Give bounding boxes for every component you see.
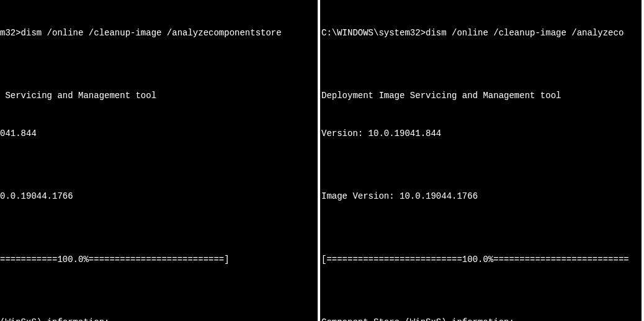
output-line: Servicing and Management tool — [0, 89, 318, 102]
output-line: 0.0.19044.1766 — [0, 190, 318, 202]
terminal-pane-left[interactable]: m32>dism /online /cleanup-image /analyze… — [0, 0, 320, 321]
output-line: 041.844 — [0, 127, 318, 140]
output-line: ===========100.0%=======================… — [0, 253, 318, 266]
output-line: m32>dism /online /cleanup-image /analyze… — [0, 27, 318, 39]
output-line: Deployment Image Servicing and Managemen… — [321, 89, 642, 102]
output-line: C:\WINDOWS\system32>dism /online /cleanu… — [321, 27, 642, 39]
output-line: Version: 10.0.19041.844 — [321, 127, 642, 140]
output-line: Component Store (WinSxS) information: — [321, 316, 642, 321]
output-line: (WinSxS) information: — [0, 316, 318, 321]
output-line: Image Version: 10.0.19044.1766 — [321, 190, 642, 202]
output-line: [==========================100.0%=======… — [321, 253, 642, 266]
terminal-pane-right[interactable]: C:\WINDOWS\system32>dism /online /cleanu… — [320, 0, 642, 321]
